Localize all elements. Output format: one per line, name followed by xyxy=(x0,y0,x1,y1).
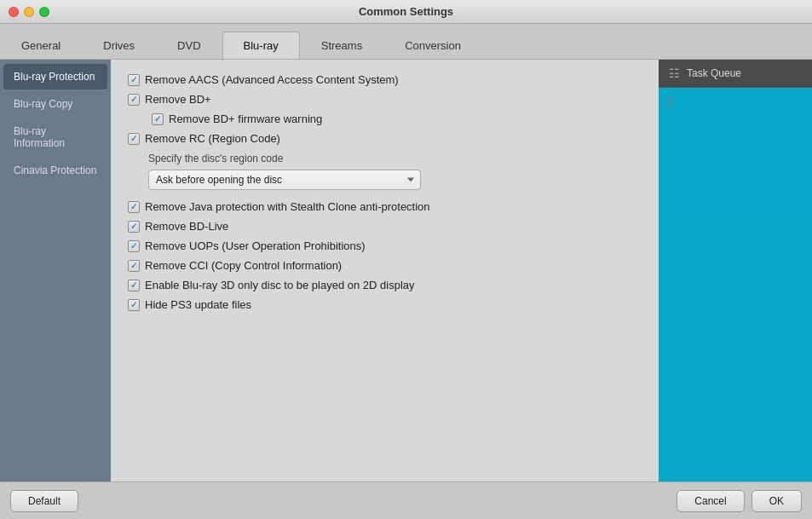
title-bar: Common Settings xyxy=(0,0,812,24)
checkbox-remove-aacs[interactable] xyxy=(128,74,140,86)
region-dropdown[interactable]: Ask before opening the disc Region A Reg… xyxy=(148,170,421,190)
tab-bar: General Drives DVD Blu-ray Streams Conve… xyxy=(0,24,812,60)
option-hide-ps3: Hide PS3 update files xyxy=(128,298,642,311)
label-remove-bdlive: Remove BD-Live xyxy=(145,220,228,233)
task-queue-header: ☷ Task Queue xyxy=(659,60,812,88)
tab-bluray[interactable]: Blu-ray xyxy=(222,32,300,59)
close-button[interactable] xyxy=(9,7,19,17)
sidebar-item-bluray-copy[interactable]: Blu-ray Copy xyxy=(3,91,107,117)
label-remove-uops: Remove UOPs (User Operation Prohibitions… xyxy=(145,239,366,252)
region-dropdown-wrapper: Ask before opening the disc Region A Reg… xyxy=(148,170,421,190)
minimize-button[interactable] xyxy=(24,7,34,17)
task-queue-label: Task Queue xyxy=(687,67,741,79)
sidebar-item-bluray-information[interactable]: Blu-ray Information xyxy=(3,118,107,156)
sidebar-item-bluray-protection[interactable]: Blu-ray Protection xyxy=(3,64,107,89)
checkbox-remove-rc[interactable] xyxy=(128,133,140,145)
action-buttons: Cancel OK xyxy=(677,490,802,512)
tab-streams[interactable]: Streams xyxy=(300,32,383,59)
cancel-button[interactable]: Cancel xyxy=(677,490,744,512)
checkbox-remove-uops[interactable] xyxy=(128,240,140,252)
option-remove-uops: Remove UOPs (User Operation Prohibitions… xyxy=(128,239,642,252)
option-remove-rc: Remove RC (Region Code) xyxy=(128,132,642,145)
tab-conversion[interactable]: Conversion xyxy=(383,32,482,59)
main-panel: Remove AACS (Advanced Access Content Sys… xyxy=(111,60,659,482)
tab-general[interactable]: General xyxy=(0,32,82,59)
right-panel-content: rce xyxy=(659,88,812,482)
main-window: General Drives DVD Blu-ray Streams Conve… xyxy=(0,24,812,519)
option-remove-java: Remove Java protection with Stealth Clon… xyxy=(128,200,642,213)
maximize-button[interactable] xyxy=(39,7,49,17)
option-enable-3d: Enable Blu-ray 3D only disc to be played… xyxy=(128,279,642,291)
task-queue-icon: ☷ xyxy=(669,66,680,80)
bottom-bar: Default Cancel OK xyxy=(0,482,812,519)
option-remove-cci: Remove CCI (Copy Control Information) xyxy=(128,259,642,272)
checkbox-remove-java[interactable] xyxy=(128,201,140,213)
window-controls xyxy=(9,7,49,17)
sidebar: Blu-ray Protection Blu-ray Copy Blu-ray … xyxy=(0,60,111,482)
checkbox-enable-3d[interactable] xyxy=(128,280,140,291)
checkbox-remove-bdlive[interactable] xyxy=(128,221,140,233)
content-area: Blu-ray Protection Blu-ray Copy Blu-ray … xyxy=(0,60,812,482)
default-button[interactable]: Default xyxy=(10,490,78,512)
sidebar-item-cinavia-protection[interactable]: Cinavia Protection xyxy=(3,158,107,183)
label-remove-bdplus: Remove BD+ xyxy=(145,93,211,106)
label-remove-cci: Remove CCI (Copy Control Information) xyxy=(145,259,342,272)
tab-dvd[interactable]: DVD xyxy=(156,32,222,59)
option-remove-bdplus: Remove BD+ xyxy=(128,93,642,106)
checkbox-remove-cci[interactable] xyxy=(128,260,140,272)
ok-button[interactable]: OK xyxy=(752,490,802,512)
option-remove-aacs: Remove AACS (Advanced Access Content Sys… xyxy=(128,73,642,86)
region-dropdown-row: Ask before opening the disc Region A Reg… xyxy=(148,170,642,190)
label-remove-rc: Remove RC (Region Code) xyxy=(145,132,280,145)
checkbox-hide-ps3[interactable] xyxy=(128,299,140,311)
option-remove-bdlive: Remove BD-Live xyxy=(128,220,642,233)
specify-region-label: Specify the disc's region code xyxy=(148,153,283,164)
tab-drives[interactable]: Drives xyxy=(82,32,156,59)
label-remove-bdplus-firmware: Remove BD+ firmware warning xyxy=(169,112,322,125)
option-remove-bdplus-firmware: Remove BD+ firmware warning xyxy=(152,112,642,125)
label-enable-3d: Enable Blu-ray 3D only disc to be played… xyxy=(145,279,415,291)
label-hide-ps3: Hide PS3 update files xyxy=(145,298,251,311)
label-remove-aacs: Remove AACS (Advanced Access Content Sys… xyxy=(145,73,399,86)
right-panel: ☷ Task Queue rce xyxy=(659,60,812,482)
checkbox-remove-bdplus-firmware[interactable] xyxy=(152,113,164,125)
window-title: Common Settings xyxy=(359,5,453,18)
label-remove-java: Remove Java protection with Stealth Clon… xyxy=(145,200,430,213)
checkbox-remove-bdplus[interactable] xyxy=(128,94,140,106)
right-panel-text: rce xyxy=(659,88,682,114)
